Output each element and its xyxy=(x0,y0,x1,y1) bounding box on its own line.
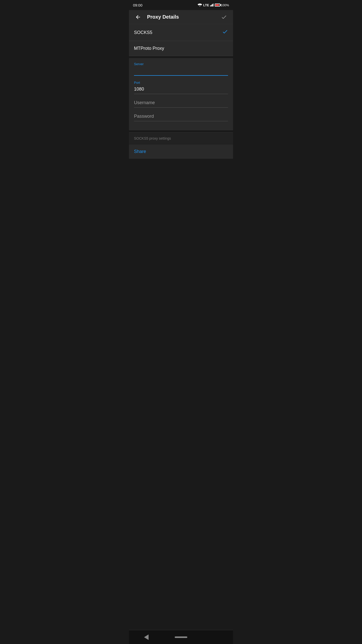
share-button[interactable]: Share xyxy=(134,149,146,154)
share-section[interactable]: Share xyxy=(129,144,233,159)
password-input[interactable] xyxy=(134,113,228,121)
confirm-button[interactable] xyxy=(219,12,229,22)
lte-icon: LTE xyxy=(203,3,209,7)
port-field: Port xyxy=(134,81,228,94)
signal-icon xyxy=(210,3,214,7)
app-bar-left: Proxy Details xyxy=(133,12,179,22)
app-bar: Proxy Details xyxy=(129,10,233,24)
svg-rect-3 xyxy=(213,4,213,6)
settings-desc-text: SOCKS5 proxy settings xyxy=(134,136,171,140)
mtproto-label: MTProto Proxy xyxy=(134,46,164,51)
battery-percent: 100% xyxy=(221,3,229,7)
username-input[interactable] xyxy=(134,99,228,108)
settings-description: SOCKS5 proxy settings xyxy=(129,132,233,144)
form-section: Server Port xyxy=(129,58,233,130)
server-input[interactable] xyxy=(134,67,228,76)
svg-rect-0 xyxy=(210,5,211,6)
status-time: 09:00 xyxy=(133,3,143,7)
port-input[interactable] xyxy=(134,86,228,94)
port-label: Port xyxy=(134,81,228,85)
status-icons: LTE 100% xyxy=(198,3,229,7)
socks5-label: SOCKS5 xyxy=(134,30,152,35)
status-bar: 09:00 LTE 100% xyxy=(129,0,233,10)
server-label: Server xyxy=(134,62,228,66)
svg-rect-1 xyxy=(211,5,212,6)
svg-rect-2 xyxy=(212,4,213,7)
socks5-check-icon xyxy=(222,29,228,36)
proxy-type-socks5[interactable]: SOCKS5 xyxy=(129,24,233,41)
page-title: Proxy Details xyxy=(147,14,179,20)
password-field xyxy=(134,113,228,121)
server-field: Server xyxy=(134,62,228,76)
proxy-type-mtproto[interactable]: MTProto Proxy xyxy=(129,41,233,56)
battery-icon xyxy=(215,4,220,7)
username-field xyxy=(134,99,228,108)
back-button[interactable] xyxy=(133,12,143,22)
battery-container: 100% xyxy=(215,3,229,7)
proxy-type-section: SOCKS5 MTProto Proxy xyxy=(129,24,233,56)
wifi-icon xyxy=(198,3,202,7)
